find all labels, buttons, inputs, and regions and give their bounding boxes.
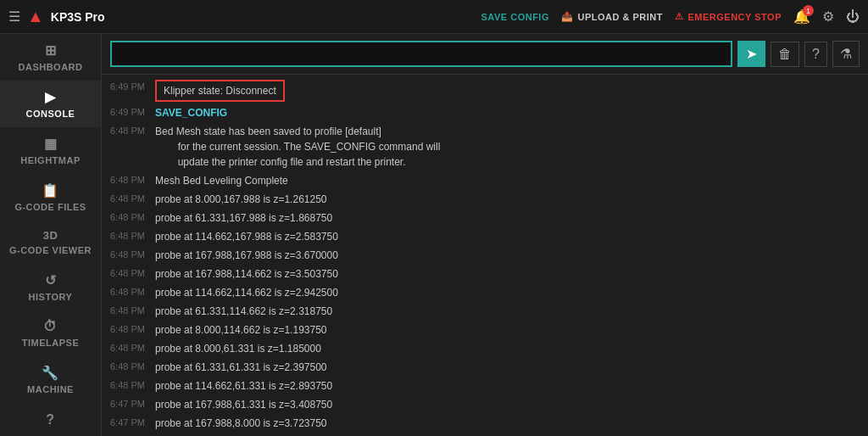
log-time: 6:48 PM [110, 322, 148, 337]
logo-icon: ▲ [27, 7, 44, 26]
console-icon: ▶ [45, 89, 56, 105]
heightmap-icon: ▦ [44, 136, 58, 152]
console-send-button[interactable]: ➤ [737, 41, 765, 67]
log-entry: 6:48 PMprobe at 61.331,114.662 is z=2.31… [102, 302, 868, 321]
save-config-button[interactable]: SAVE CONFIG [481, 12, 549, 22]
log-entry: 6:48 PMprobe at 167.988,114.662 is z=3.5… [102, 265, 868, 283]
console-clear-button[interactable]: 🗑 [771, 42, 799, 67]
sidebar-label-machine: MACHINE [27, 384, 74, 394]
console-log: 6:49 PM Klipper state: Disconnect 6:49 P… [102, 75, 868, 436]
machine-icon: 🔧 [42, 365, 59, 381]
log-time: 6:48 PM [110, 210, 148, 225]
app-title: KP3S Pro [51, 10, 105, 24]
log-time: 6:48 PM [110, 248, 148, 262]
log-entry: 6:47 PMprobe at 114.662,8.000 is z=2.632… [102, 433, 868, 436]
log-entry-disconnect: 6:49 PM Klipper state: Disconnect [102, 78, 868, 103]
sidebar-item-timelapse[interactable]: ⏱ TIMELAPSE [0, 310, 101, 356]
log-entry: 6:47 PMprobe at 167.988,61.331 is z=3.40… [102, 395, 868, 414]
log-time: 6:47 PM [110, 397, 148, 411]
header-right: SAVE CONFIG 📤 UPLOAD & PRINT ⚠ EMERGENCY… [481, 8, 860, 25]
emergency-stop-label: EMERGENCY STOP [687, 12, 782, 22]
log-msg: probe at 114.662,61.331 is z=2.893750 [155, 378, 332, 394]
log-entries-container: 6:48 PMMesh Bed Leveling Complete6:48 PM… [102, 171, 868, 436]
log-time: 6:48 PM [110, 266, 148, 281]
log-entry: 6:48 PMMesh Bed Leveling Complete [102, 171, 868, 190]
log-msg: probe at 167.988,61.331 is z=3.408750 [155, 397, 332, 412]
log-entry: 6:48 PMprobe at 114.662,61.331 is z=2.89… [102, 377, 868, 395]
header: ☰ ▲ KP3S Pro SAVE CONFIG 📤 UPLOAD & PRIN… [0, 0, 868, 34]
sidebar: ⊞ DASHBOARD ▶ CONSOLE ▦ HEIGHTMAP 📋 G-CO… [0, 34, 102, 436]
log-time: 6:48 PM [110, 229, 148, 243]
log-msg: probe at 61.331,167.988 is z=1.868750 [155, 210, 332, 226]
notification-badge: 1 [803, 5, 814, 16]
log-time: 6:48 PM [110, 124, 148, 138]
log-msg: probe at 8.000,61.331 is z=1.185000 [155, 341, 321, 356]
log-time: 6:48 PM [110, 360, 148, 374]
log-time: 6:47 PM [110, 416, 148, 430]
upload-print-button[interactable]: 📤 UPLOAD & PRINT [561, 11, 663, 22]
log-entry: 6:48 PMprobe at 8.000,61.331 is z=1.1850… [102, 339, 868, 358]
sidebar-label-gcode-files: G-CODE FILES [14, 202, 86, 212]
sidebar-label-console: CONSOLE [26, 109, 75, 119]
console-input[interactable] [110, 41, 732, 67]
console-help-button[interactable]: ? [804, 42, 827, 67]
gcode-files-icon: 📋 [42, 182, 59, 198]
sidebar-item-gcode-viewer[interactable]: 3D G-CODE VIEWER [0, 221, 101, 264]
dashboard-icon: ⊞ [45, 42, 57, 59]
power-button[interactable]: ⏻ [846, 9, 860, 25]
log-entry-bedmesh-saved: 6:48 PM Bed Mesh state has been saved to… [102, 122, 868, 171]
log-msg: probe at 8.000,167.988 is z=1.261250 [155, 192, 327, 207]
log-entry: 6:48 PMprobe at 8.000,114.662 is z=1.193… [102, 321, 868, 339]
log-msg-disconnect: Klipper state: Disconnect [155, 80, 285, 102]
sidebar-label-history: HISTORY [29, 292, 73, 302]
log-msg: probe at 167.988,167.988 is z=3.670000 [155, 248, 338, 263]
log-msg: probe at 114.662,167.988 is z=2.583750 [155, 229, 338, 244]
log-entry: 6:48 PMprobe at 114.662,114.662 is z=2.9… [102, 283, 868, 302]
sidebar-item-machine[interactable]: 🔧 MACHINE [0, 356, 101, 403]
sidebar-item-heightmap[interactable]: ▦ HEIGHTMAP [0, 127, 101, 174]
log-msg: probe at 167.988,8.000 is z=3.723750 [155, 416, 327, 431]
log-time: 6:48 PM [110, 378, 148, 393]
sidebar-item-help[interactable]: ? [0, 404, 101, 436]
help-icon: ? [46, 412, 54, 428]
log-time: 6:48 PM [110, 304, 148, 318]
log-msg: Mesh Bed Leveling Complete [155, 173, 288, 188]
log-msg: probe at 167.988,114.662 is z=3.503750 [155, 266, 338, 282]
disconnect-box: Klipper state: Disconnect [155, 80, 285, 102]
log-entry: 6:48 PMprobe at 114.662,167.988 is z=2.5… [102, 227, 868, 246]
log-time: 6:49 PM [110, 105, 148, 120]
log-msg: probe at 61.331,114.662 is z=2.318750 [155, 304, 332, 319]
console-filter-button[interactable]: ⚗ [832, 41, 860, 67]
emergency-stop-button[interactable]: ⚠ EMERGENCY STOP [675, 11, 782, 22]
hamburger-icon[interactable]: ☰ [8, 8, 20, 25]
sidebar-label-timelapse: TIMELAPSE [22, 338, 79, 348]
header-left: ☰ ▲ KP3S Pro [8, 7, 105, 26]
log-msg: probe at 61.331,61.331 is z=2.397500 [155, 360, 327, 375]
log-time: 6:49 PM [110, 80, 148, 94]
sidebar-label-heightmap: HEIGHTMAP [20, 155, 81, 165]
log-entry: 6:48 PMprobe at 61.331,61.331 is z=2.397… [102, 358, 868, 377]
log-time: 6:48 PM [110, 285, 148, 299]
notification-button[interactable]: 🔔 1 [793, 8, 810, 25]
save-config-label: SAVE CONFIG [481, 12, 549, 22]
body: ⊞ DASHBOARD ▶ CONSOLE ▦ HEIGHTMAP 📋 G-CO… [0, 34, 868, 436]
sidebar-item-history[interactable]: ↺ HISTORY [0, 264, 101, 310]
sidebar-item-dashboard[interactable]: ⊞ DASHBOARD [0, 34, 101, 81]
log-entry: 6:48 PMprobe at 8.000,167.988 is z=1.261… [102, 190, 868, 209]
sidebar-label-dashboard: DASHBOARD [19, 62, 83, 72]
log-time: 6:48 PM [110, 341, 148, 355]
settings-button[interactable]: ⚙ [822, 8, 834, 25]
log-entry-saveconfig: 6:49 PM SAVE_CONFIG [102, 103, 868, 122]
upload-icon: 📤 [561, 11, 574, 22]
upload-print-label: UPLOAD & PRINT [577, 12, 663, 22]
console-main: ➤ 🗑 ? ⚗ 6:49 PM Klipper state: Disconnec… [102, 34, 868, 436]
sidebar-item-gcode-files[interactable]: 📋 G-CODE FILES [0, 174, 101, 221]
log-entry: 6:48 PMprobe at 61.331,167.988 is z=1.86… [102, 209, 868, 227]
log-msg-saveconfig[interactable]: SAVE_CONFIG [155, 105, 227, 120]
log-msg: probe at 8.000,114.662 is z=1.193750 [155, 322, 327, 338]
log-time: 6:48 PM [110, 173, 148, 187]
sidebar-item-console[interactable]: ▶ CONSOLE [0, 81, 101, 127]
timelapse-icon: ⏱ [43, 319, 58, 334]
log-entry: 6:48 PMprobe at 167.988,167.988 is z=3.6… [102, 246, 868, 265]
history-icon: ↺ [45, 272, 57, 288]
